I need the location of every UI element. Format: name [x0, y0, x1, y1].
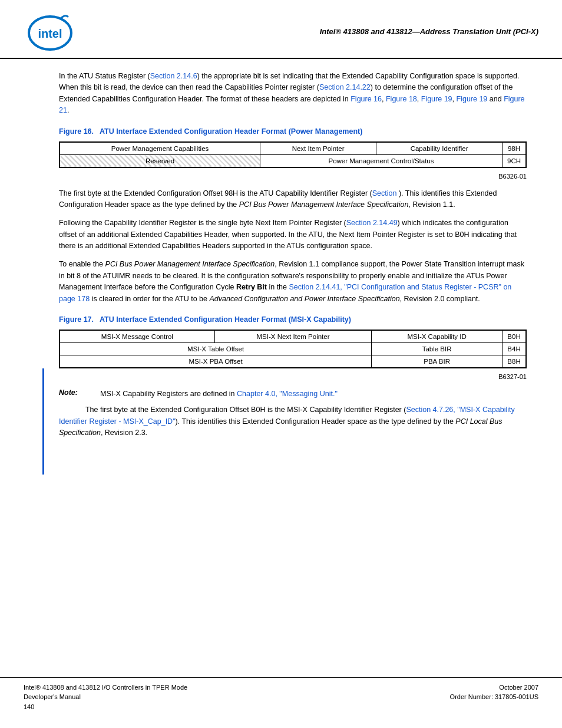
figure16-table: Power Management Capabilities Next Item …	[59, 142, 526, 167]
page-header: intel Intel® 413808 and 413812—Address T…	[0, 0, 562, 59]
cell-b4h: B4H	[503, 342, 526, 355]
fig16-italic1: PCI Bus Power Management Interface Speci…	[239, 200, 409, 209]
figure16-ref: B6326-01	[59, 172, 527, 181]
left-blue-rule	[42, 368, 44, 475]
cell-msix-pba-offset: MSI-X PBA Offset	[60, 355, 372, 367]
link-chapter-4[interactable]: Chapter 4.0, "Messaging Unit."	[237, 390, 338, 398]
link-section-4-7-26[interactable]: Section 4.7.26, "MSI-X Capability Identi…	[59, 406, 515, 425]
cell-b8h: B8H	[503, 355, 526, 367]
main-content: In the ATU Status Register (Section 2.14…	[0, 59, 562, 457]
figure17-para1: The first byte at the Extended Configura…	[59, 404, 527, 439]
footer-line2: Developer's Manual	[24, 692, 187, 702]
link-figure-21[interactable]: Figure 21	[59, 95, 525, 114]
link-figure-18[interactable]: Figure 18	[386, 95, 417, 103]
link-section-2-14-49[interactable]: Section 2.14.49	[346, 219, 398, 227]
link-section-2-14-6[interactable]: Section 2.14.6	[150, 72, 197, 80]
cell-98h: 98H	[502, 142, 525, 154]
footer-left: Intel® 413808 and 413812 I/O Controllers…	[24, 683, 187, 712]
cell-msix-table-offset: MSI-X Table Offset	[60, 342, 372, 355]
cell-msix-cap-id: MSI-X Capability ID	[372, 330, 503, 342]
cell-pba-bir: PBA BIR	[372, 355, 503, 367]
link-section-fig16[interactable]: Section	[372, 189, 397, 197]
cell-table-bir: Table BIR	[372, 342, 503, 355]
cell-next-item-ptr: Next Item Pointer	[260, 142, 376, 154]
table-row: Power Management Capabilities Next Item …	[60, 142, 526, 154]
cell-cap-id: Capability Identifier	[376, 142, 503, 154]
footer-date: October 2007	[450, 683, 538, 693]
note-text: MSI-X Capability Registers are defined i…	[100, 388, 527, 400]
figure16-number: Figure 16.	[59, 127, 100, 136]
fig16-italic3: Advanced Configuration and Power Interfa…	[209, 295, 399, 303]
intel-logo: intel	[24, 11, 77, 52]
intro-paragraph: In the ATU Status Register (Section 2.14…	[59, 71, 527, 117]
fig16-bold: Retry Bit	[236, 283, 267, 291]
footer-right: October 2007 Order Number: 317805-001US	[450, 683, 538, 712]
svg-text:intel: intel	[38, 27, 62, 40]
link-section-2-14-22[interactable]: Section 2.14.22	[319, 83, 371, 91]
table-row: Reserved Power Management Control/Status…	[60, 154, 526, 167]
figure17-label: Figure 17. ATU Interface Extended Config…	[59, 315, 527, 324]
fig16-italic2: PCI Bus Power Management Interface Speci…	[105, 260, 275, 268]
figure16-label: Figure 16. ATU Interface Extended Config…	[59, 127, 527, 136]
figure16-para3: To enable the PCI Bus Power Management I…	[59, 259, 527, 305]
table-row: MSI-X Message Control MSI-X Next Item Po…	[60, 330, 526, 342]
link-figure-19b[interactable]: Figure 19	[457, 95, 488, 103]
figure17-title: ATU Interface Extended Configuration Hea…	[100, 315, 351, 324]
figure17-ref: B6327-01	[59, 372, 527, 381]
note-row: Note: MSI-X Capability Registers are def…	[59, 388, 527, 400]
figure17-table-container: MSI-X Message Control MSI-X Next Item Po…	[59, 330, 527, 368]
page: intel Intel® 413808 and 413812—Address T…	[0, 0, 562, 728]
figure16-para2: Following the Capability Identifier Regi…	[59, 218, 527, 252]
footer-order-num: Order Number: 317805-001US	[450, 692, 538, 702]
footer-line1: Intel® 413808 and 413812 I/O Controllers…	[24, 683, 187, 693]
cell-9ch: 9CH	[502, 154, 525, 167]
figure16-para1: The first byte at the Extended Configura…	[59, 188, 527, 211]
link-figure-19a[interactable]: Figure 19	[421, 95, 452, 103]
cell-msix-msg-ctrl: MSI-X Message Control	[60, 330, 215, 342]
figure16-table-container: Power Management Capabilities Next Item …	[59, 141, 527, 168]
header-title: Intel® 413808 and 413812—Address Transla…	[320, 27, 538, 36]
link-figure-16[interactable]: Figure 16	[351, 95, 382, 103]
figure16-title: ATU Interface Extended Configuration Hea…	[100, 127, 362, 136]
figure17-table: MSI-X Message Control MSI-X Next Item Po…	[59, 330, 526, 368]
note-label: Note:	[59, 388, 100, 397]
table-row: MSI-X PBA Offset PBA BIR B8H	[60, 355, 526, 367]
footer-page-num: 140	[24, 702, 187, 712]
cell-power-mgmt-cap: Power Management Capabilities	[60, 142, 260, 154]
cell-b0h: B0H	[503, 330, 526, 342]
cell-msix-next-item: MSI-X Next Item Pointer	[214, 330, 371, 342]
table-row: MSI-X Table Offset Table BIR B4H	[60, 342, 526, 355]
page-footer: Intel® 413808 and 413812 I/O Controllers…	[0, 677, 562, 717]
figure17-number: Figure 17.	[59, 315, 100, 324]
cell-power-mgmt-ctrl: Power Management Control/Status	[260, 154, 503, 167]
cell-reserved: Reserved	[60, 154, 260, 167]
